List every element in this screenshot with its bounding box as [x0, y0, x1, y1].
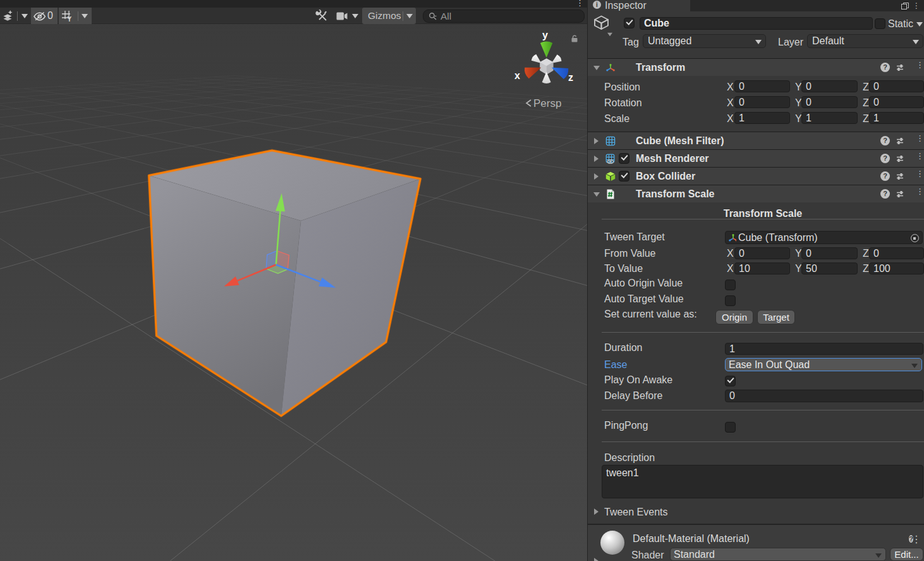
svg-text:x: x [514, 70, 520, 81]
svg-text:z: z [568, 72, 573, 83]
svg-text:Y: Y [68, 15, 72, 22]
svg-text:y: y [542, 30, 548, 40]
